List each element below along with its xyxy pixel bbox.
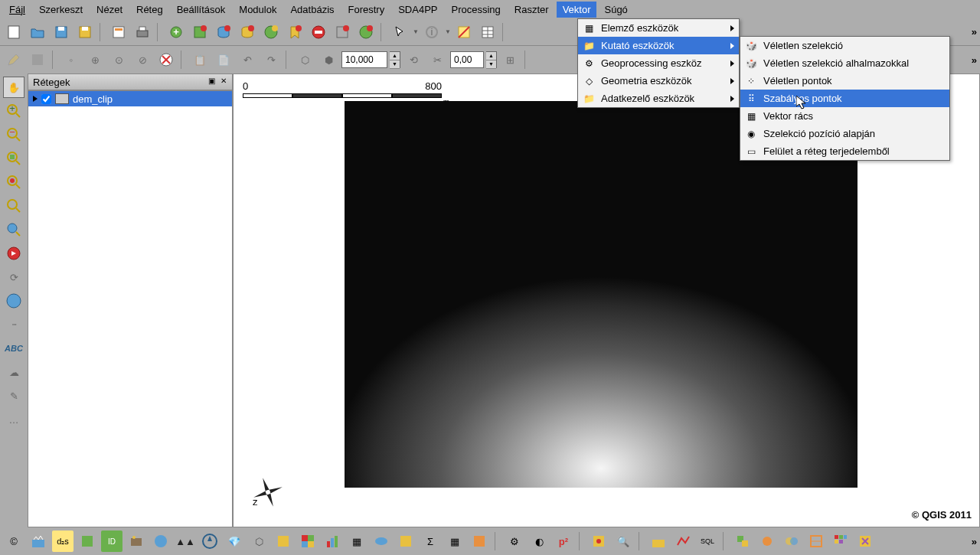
label-icon[interactable]: ABC: [3, 338, 24, 359]
plugin-icon-23[interactable]: p²: [553, 531, 574, 552]
plugin-icon-20[interactable]: [469, 531, 490, 552]
merge-icon[interactable]: ⊞: [499, 49, 521, 70]
dd-random-selection[interactable]: 🎲 Véletlen szelekció: [740, 37, 949, 54]
menu-reteg[interactable]: Réteg: [130, 2, 169, 18]
refresh-icon[interactable]: ⟳: [3, 266, 24, 288]
panel-close-icon[interactable]: ✕: [218, 77, 229, 87]
menu-szerkeszt[interactable]: Szerkeszt: [33, 2, 89, 18]
toolbar-overflow[interactable]: »: [972, 26, 977, 38]
rotate-icon[interactable]: ⟲: [403, 49, 424, 70]
plugin-icon-17[interactable]: [395, 531, 416, 552]
plugin-icon-4[interactable]: [77, 531, 98, 552]
plugin-icon-30[interactable]: [756, 531, 778, 552]
zoom-layer-icon[interactable]: [3, 195, 24, 217]
plugin-icon-15[interactable]: ▦: [346, 531, 368, 552]
plugin-icon-28[interactable]: SQL: [697, 531, 718, 552]
dd-geoprocessing[interactable]: ⚙ Geoprocessing eszköz: [578, 54, 739, 72]
plugin-toolbar-overflow[interactable]: »: [972, 536, 977, 547]
panel-dock-icon[interactable]: ▣: [206, 77, 217, 87]
plugin-icon-10[interactable]: 💎: [224, 531, 245, 552]
plugin-icon-3[interactable]: d₂s: [52, 531, 74, 552]
add-group-icon[interactable]: [355, 21, 377, 43]
ring-icon[interactable]: ⬢: [318, 49, 339, 70]
select-icon[interactable]: [389, 21, 410, 43]
paste-icon[interactable]: 📄: [213, 49, 234, 70]
plugin-icon-14[interactable]: [322, 531, 343, 552]
plugin-icon-13[interactable]: [297, 531, 318, 552]
plugin-icon-22[interactable]: ◐: [528, 531, 550, 552]
new-bookmark-icon[interactable]: [284, 21, 305, 43]
plugin-icon-27[interactable]: [672, 531, 694, 552]
dd-random-selection-subsets[interactable]: 🎲 Véletlen szelekció alhalmazokkal: [740, 54, 949, 72]
remove-layer-icon[interactable]: [308, 21, 329, 43]
tool-icon[interactable]: ✎: [3, 385, 24, 406]
new-vector-icon[interactable]: [332, 21, 353, 43]
spinner-angle[interactable]: ▲▼: [486, 51, 497, 68]
plugin-icon-2[interactable]: [28, 531, 49, 552]
menu-raszter[interactable]: Raszter: [508, 2, 555, 18]
move-feature-icon[interactable]: ⊕: [84, 49, 106, 70]
dd-geometria[interactable]: ◇ Geometria eszközök: [578, 72, 739, 90]
dd-adatkezelo[interactable]: 📁 Adatkezelő eszközök: [578, 90, 739, 107]
attribute-table-icon[interactable]: [477, 21, 498, 43]
expand-icon[interactable]: [33, 96, 38, 102]
dd-regular-points[interactable]: ⠿ Szabályos pontok: [740, 90, 949, 107]
more-icon[interactable]: …: [3, 409, 24, 430]
zoom-full-icon[interactable]: [3, 148, 24, 169]
plugin-icon-16[interactable]: [371, 531, 392, 552]
plugin-icon-7[interactable]: [150, 531, 172, 552]
cut-icon[interactable]: [155, 49, 177, 70]
plugin-icon-33[interactable]: [830, 531, 851, 552]
plugin-icon-9[interactable]: [199, 531, 220, 552]
plugin-icon-32[interactable]: [805, 531, 827, 552]
dd-vector-grid[interactable]: ▦ Vektor rács: [740, 107, 949, 125]
plugin-icon-29[interactable]: [732, 531, 753, 552]
plugin-icon-19[interactable]: ▦: [444, 531, 466, 552]
zoom-last-icon[interactable]: [3, 219, 24, 240]
menu-modulok[interactable]: Modulok: [233, 2, 283, 18]
zoom-in-icon[interactable]: +: [3, 100, 24, 122]
split-icon[interactable]: ✂: [426, 49, 448, 70]
deselect-icon[interactable]: [453, 21, 475, 43]
undo-icon[interactable]: ↶: [237, 49, 258, 70]
save-icon[interactable]: [51, 21, 72, 43]
globe-icon[interactable]: [3, 290, 24, 312]
redo-icon[interactable]: ↷: [260, 49, 282, 70]
add-feature-icon[interactable]: ◦: [60, 49, 82, 70]
menu-adatbazis[interactable]: Adatbázis: [284, 2, 340, 18]
node-tool-icon[interactable]: ⊙: [108, 49, 129, 70]
add-raster-icon[interactable]: [189, 21, 211, 43]
new-project-icon[interactable]: [3, 21, 24, 43]
print-icon[interactable]: [132, 21, 153, 43]
pan-icon[interactable]: ✋: [3, 77, 24, 98]
plugin-icon-25[interactable]: 🔍: [612, 531, 634, 552]
composer-icon[interactable]: [108, 21, 129, 43]
plugin-icon-11[interactable]: ⬡: [248, 531, 270, 552]
layer-item[interactable]: dem_clip: [28, 91, 232, 106]
simplify-icon[interactable]: ⬡: [294, 49, 315, 70]
add-wms-icon[interactable]: [260, 21, 282, 43]
toolbar2-overflow[interactable]: »: [972, 54, 977, 66]
save-edits-icon[interactable]: [27, 49, 48, 70]
plugin-icon-8[interactable]: ▲▲: [175, 531, 196, 552]
plugin-icon-6[interactable]: [126, 531, 147, 552]
menu-vektor[interactable]: Vektor: [557, 2, 597, 18]
dd-select-by-location[interactable]: ◉ Szelekció pozíció alapján: [740, 125, 949, 142]
dd-random-points[interactable]: ⁘ Véletlen pontok: [740, 72, 949, 90]
menu-beallitasok[interactable]: Beállítások: [171, 2, 232, 18]
plugin-icon-12[interactable]: [273, 531, 294, 552]
plugin-icon-5[interactable]: ID: [101, 531, 122, 552]
zoom-out-icon[interactable]: −: [3, 124, 24, 145]
menu-fajl[interactable]: Fájl: [3, 2, 31, 18]
plugin-icon-26[interactable]: [648, 531, 669, 552]
dd-polygon-from-extent[interactable]: ▭ Felület a réteg terjedelemből: [740, 142, 949, 160]
decoration-icon[interactable]: ☁: [3, 361, 24, 383]
identify-icon[interactable]: i: [421, 21, 443, 43]
plugin-icon-31[interactable]: [781, 531, 802, 552]
zoom-next-icon[interactable]: [3, 243, 24, 264]
menu-sda4pp[interactable]: SDA4PP: [392, 2, 443, 18]
plugin-icon-34[interactable]: [854, 531, 876, 552]
plugin-icon-1[interactable]: ©: [3, 531, 24, 552]
input-angle[interactable]: [450, 51, 484, 68]
spinner-tolerance[interactable]: ▲▼: [390, 51, 400, 68]
